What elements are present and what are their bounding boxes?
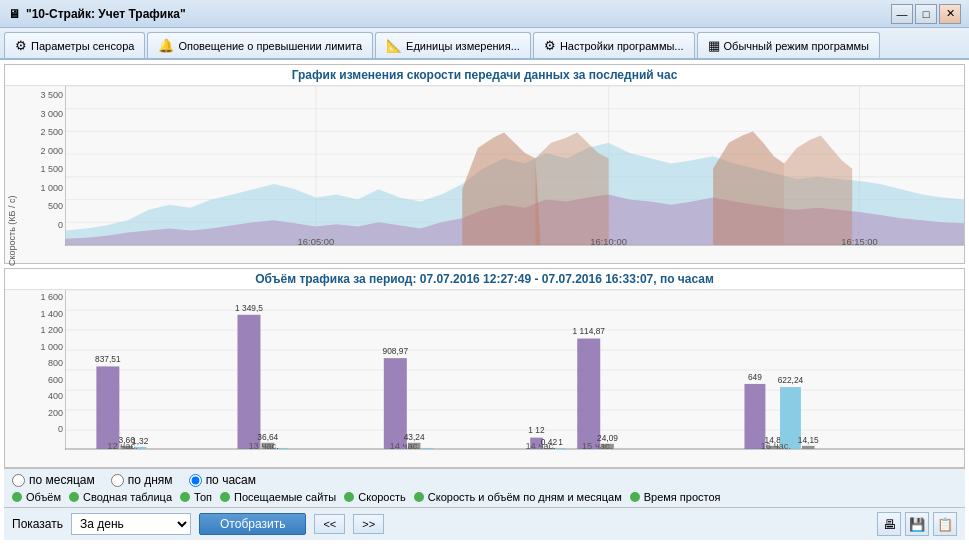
tab-btn-summary[interactable]: Сводная таблица (69, 491, 172, 503)
tab-normal-mode[interactable]: ▦ Обычный режим программы (697, 32, 880, 58)
main-content: График изменения скорости передачи данны… (0, 60, 969, 560)
tab-btn-speed[interactable]: Скорость (344, 491, 406, 503)
speed-chart-svg: 16:05:00 16:10:00 16:15:00 (65, 86, 964, 246)
svg-text:622,24: 622,24 (778, 375, 804, 385)
svg-text:908,97: 908,97 (383, 346, 409, 356)
volume-chart: Объём трафика за период: 07.07.2016 12:2… (4, 268, 965, 468)
svg-text:12 час.: 12 час. (107, 441, 137, 450)
svg-rect-46 (421, 448, 434, 449)
svg-rect-37 (237, 315, 260, 449)
svg-text:16:05:00: 16:05:00 (298, 237, 335, 246)
tab-btn-visited[interactable]: Посещаемые сайты (220, 491, 336, 503)
svg-text:15 час.: 15 час. (582, 441, 612, 450)
tab-alert[interactable]: 🔔 Оповещение о превышении лимита (147, 32, 373, 58)
svg-text:1 349,5: 1 349,5 (235, 303, 263, 313)
svg-rect-31 (96, 366, 119, 449)
svg-marker-17 (784, 136, 852, 245)
y-axis: Скорость (КБ / с) 3 500 3 000 2 500 2 00… (5, 86, 65, 246)
tab-btn-idle[interactable]: Время простоя (630, 491, 721, 503)
right-icons: 🖶 💾 📋 (877, 512, 957, 536)
export-icon[interactable]: 🖶 (877, 512, 901, 536)
svg-text:16 час.: 16 час. (761, 441, 791, 450)
idle-dot (630, 492, 640, 502)
tab-btn-volume[interactable]: Объём (12, 491, 61, 503)
radio-by-hour-input[interactable] (189, 474, 202, 487)
radio-by-hour[interactable]: по часам (189, 473, 256, 487)
tab-btn-speed-volume[interactable]: Скорость и объём по дням и месяцам (414, 491, 622, 503)
svg-text:16:15:00: 16:15:00 (841, 237, 878, 246)
close-button[interactable]: ✕ (939, 4, 961, 24)
bottom-controls: Показать За час За день За неделю За мес… (4, 507, 965, 540)
volume-chart-title: Объём трафика за период: 07.07.2016 12:2… (5, 269, 964, 290)
volume-y-label: Объём (МБ) (7, 510, 17, 560)
tab-sensor-params[interactable]: ⚙ Параметры сенсора (4, 32, 145, 58)
display-button[interactable]: Отобразить (199, 513, 306, 535)
title-bar-left: 🖥 "10-Страйк: Учет Трафика" (8, 7, 186, 21)
save-icon[interactable]: 💾 (905, 512, 929, 536)
svg-marker-16 (713, 131, 784, 245)
volume-chart-svg: 837,51 3,66 1,32 1 349,5 36,64 908,97 (65, 290, 964, 450)
svg-text:14,15: 14,15 (798, 435, 819, 445)
mode-icon: ▦ (708, 38, 720, 53)
controls-section: по месяцам по дням по часам Объём Сводна… (4, 468, 965, 507)
volume-y-axis: Объём (МБ) 1 600 1 400 1 200 1 000 800 6… (5, 290, 65, 450)
radio-by-day[interactable]: по дням (111, 473, 173, 487)
radio-by-hour-label: по часам (206, 473, 256, 487)
sensor-icon: ⚙ (15, 38, 27, 53)
minimize-button[interactable]: — (891, 4, 913, 24)
title-bar-controls: — □ ✕ (891, 4, 961, 24)
tabs-bar: ⚙ Параметры сенсора 🔔 Оповещение о превы… (0, 28, 969, 60)
tab-buttons-row: Объём Сводная таблица Топ Посещаемые сай… (12, 491, 957, 503)
title-bar: 🖥 "10-Страйк: Учет Трафика" — □ ✕ (0, 0, 969, 28)
y-label: Скорость (КБ / с) (7, 116, 17, 266)
svg-text:16:10:00: 16:10:00 (590, 237, 627, 246)
radio-by-day-label: по дням (128, 473, 173, 487)
prev-button[interactable]: << (314, 514, 345, 534)
next-button[interactable]: >> (353, 514, 384, 534)
app-title: "10-Страйк: Учет Трафика" (26, 7, 186, 21)
svg-rect-57 (744, 384, 765, 449)
svg-text:837,51: 837,51 (95, 354, 121, 364)
svg-text:1: 1 (558, 437, 563, 447)
top-dot (180, 492, 190, 502)
svg-text:1 12: 1 12 (528, 426, 545, 436)
speed-chart-area: Скорость (КБ / с) 3 500 3 000 2 500 2 00… (5, 86, 964, 246)
speed-chart-inner: 16:05:00 16:10:00 16:15:00 (65, 86, 964, 246)
settings-icon: ⚙ (544, 38, 556, 53)
y-ticks: 3 500 3 000 2 500 2 000 1 500 1 000 500 … (33, 90, 63, 230)
speed-chart-title: График изменения скорости передачи данны… (5, 65, 964, 86)
show-label: Показать (12, 517, 63, 531)
settings2-icon[interactable]: 📋 (933, 512, 957, 536)
svg-text:13 час.: 13 час. (248, 441, 278, 450)
svg-text:649: 649 (748, 372, 762, 382)
units-icon: 📐 (386, 38, 402, 53)
speed-volume-dot (414, 492, 424, 502)
volume-y-ticks: 1 600 1 400 1 200 1 000 800 600 400 200 … (33, 292, 63, 434)
volume-chart-inner: 837,51 3,66 1,32 1 349,5 36,64 908,97 (65, 290, 964, 450)
speed-chart: График изменения скорости передачи данны… (4, 64, 965, 264)
visited-dot (220, 492, 230, 502)
radio-by-month-label: по месяцам (29, 473, 95, 487)
volume-dot (12, 492, 22, 502)
volume-chart-area: Объём (МБ) 1 600 1 400 1 200 1 000 800 6… (5, 290, 964, 450)
svg-marker-14 (462, 132, 540, 245)
tab-btn-top[interactable]: Топ (180, 491, 212, 503)
radio-by-day-input[interactable] (111, 474, 124, 487)
app-icon: 🖥 (8, 7, 20, 21)
radio-by-month[interactable]: по месяцам (12, 473, 95, 487)
tab-settings[interactable]: ⚙ Настройки программы... (533, 32, 695, 58)
maximize-button[interactable]: □ (915, 4, 937, 24)
svg-text:14 час.: 14 час. (525, 441, 555, 450)
svg-rect-63 (802, 446, 815, 449)
speed-dot (344, 492, 354, 502)
svg-text:1 114,87: 1 114,87 (572, 326, 605, 336)
alert-icon: 🔔 (158, 38, 174, 53)
svg-text:14 час.: 14 час. (390, 441, 420, 450)
period-select[interactable]: За час За день За неделю За месяц (71, 513, 191, 535)
svg-rect-51 (555, 448, 565, 449)
tab-units[interactable]: 📐 Единицы измерения... (375, 32, 531, 58)
radio-group: по месяцам по дням по часам (12, 473, 957, 487)
summary-dot (69, 492, 79, 502)
radio-by-month-input[interactable] (12, 474, 25, 487)
